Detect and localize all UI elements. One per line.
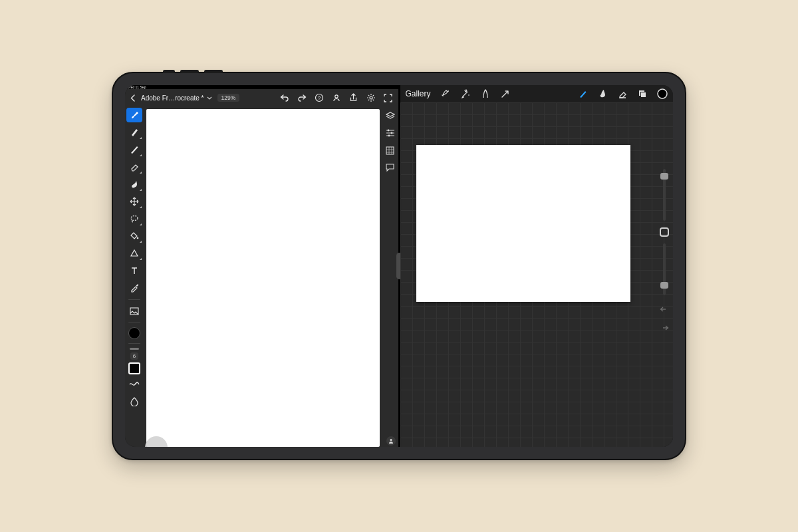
tablet-physical-buttons — [163, 70, 223, 73]
document-name: Adobe Fr…rocreate * — [141, 94, 204, 102]
tool-vector-brush[interactable] — [126, 142, 142, 157]
tool-eyedropper[interactable] — [126, 281, 142, 295]
layers-panel-button[interactable] — [385, 110, 396, 121]
tool-eraser[interactable] — [126, 160, 142, 174]
chevron-down-icon — [207, 96, 212, 100]
brush-color-dot[interactable] — [128, 327, 140, 339]
procreate-canvas[interactable] — [416, 145, 630, 302]
comments-panel-button[interactable] — [385, 162, 396, 173]
svg-rect-14 — [641, 92, 646, 98]
tool-pixel-brush[interactable] — [126, 108, 142, 122]
tool-line-style[interactable] — [126, 377, 142, 392]
svg-text:?: ? — [317, 95, 321, 101]
svg-point-15 — [658, 89, 667, 98]
settings-button[interactable] — [365, 92, 377, 104]
tool-shape[interactable] — [126, 246, 142, 261]
fresco-canvas[interactable] — [146, 109, 380, 447]
toolbar-divider — [128, 323, 140, 323]
procreate-topbar: Gallery — [400, 85, 674, 102]
svg-point-9 — [388, 135, 390, 137]
modify-button[interactable] — [660, 227, 669, 237]
svg-point-5 — [137, 237, 139, 239]
eraser-button[interactable] — [617, 88, 628, 99]
help-button[interactable]: ? — [313, 92, 325, 104]
back-button[interactable] — [129, 94, 136, 102]
layers-button[interactable] — [637, 88, 648, 99]
svg-point-8 — [390, 132, 392, 134]
gallery-button[interactable]: Gallery — [406, 89, 431, 98]
svg-point-12 — [448, 90, 449, 92]
document-name-dropdown[interactable]: Adobe Fr…rocreate * — [141, 94, 212, 102]
fresco-topbar: Adobe Fr…rocreate * 129% ? — [125, 89, 398, 106]
user-avatar-pill[interactable] — [386, 436, 396, 446]
procreate-canvas-area[interactable] — [400, 102, 674, 447]
svg-point-7 — [387, 130, 389, 132]
tool-text[interactable] — [126, 263, 142, 278]
actions-button[interactable] — [440, 88, 451, 99]
svg-point-2 — [334, 95, 337, 98]
adjustments-button[interactable] — [460, 88, 471, 99]
svg-point-11 — [390, 439, 392, 441]
smudge-button[interactable] — [597, 88, 608, 99]
precision-panel-button[interactable] — [385, 145, 396, 156]
undo-button[interactable] — [279, 92, 291, 104]
share-button[interactable] — [348, 92, 360, 104]
brush-button[interactable] — [577, 88, 588, 99]
fullscreen-button[interactable] — [382, 92, 394, 104]
tool-smudge[interactable] — [126, 177, 142, 192]
invite-button[interactable] — [331, 92, 342, 104]
opacity-thumb[interactable] — [660, 282, 668, 289]
tool-live-brush[interactable] — [126, 125, 142, 140]
redo-button[interactable] — [296, 92, 308, 104]
foreground-color-swatch[interactable] — [128, 362, 140, 374]
toolbar-divider — [128, 343, 140, 344]
zoom-indicator[interactable]: 129% — [217, 94, 240, 102]
fresco-toolbar: 6 — [125, 106, 144, 447]
transform-button[interactable] — [500, 88, 511, 99]
tool-lasso[interactable] — [126, 211, 142, 226]
tool-liquify[interactable] — [126, 394, 142, 409]
procreate-app: Gallery — [400, 85, 674, 447]
svg-rect-10 — [386, 147, 394, 154]
tablet-screen: Wed 11 Sep Adobe Fr…rocreate * 129% ? — [125, 85, 673, 447]
fresco-app: Wed 11 Sep Adobe Fr…rocreate * 129% ? — [125, 85, 398, 447]
brush-size-bar[interactable] — [130, 348, 139, 350]
brush-size-value[interactable]: 6 — [130, 352, 138, 360]
tool-move[interactable] — [126, 194, 142, 209]
tool-fill[interactable] — [126, 229, 142, 243]
fresco-workspace: 6 — [125, 106, 398, 447]
redo-button[interactable] — [660, 325, 669, 332]
adjust-panel-button[interactable] — [385, 128, 396, 138]
fresco-canvas-area — [144, 106, 382, 447]
brush-size-thumb[interactable] — [660, 173, 668, 180]
svg-point-4 — [131, 216, 138, 221]
opacity-slider[interactable] — [663, 243, 666, 295]
brush-size-slider[interactable] — [663, 169, 666, 221]
undo-button[interactable] — [660, 306, 669, 314]
tool-place-image[interactable] — [126, 304, 142, 319]
procreate-sidebar — [660, 169, 669, 332]
svg-point-3 — [370, 96, 372, 99]
tablet-frame: Wed 11 Sep Adobe Fr…rocreate * 129% ? — [112, 72, 686, 460]
color-button[interactable] — [657, 88, 668, 99]
selection-button[interactable] — [480, 88, 491, 99]
toolbar-divider — [128, 299, 140, 300]
